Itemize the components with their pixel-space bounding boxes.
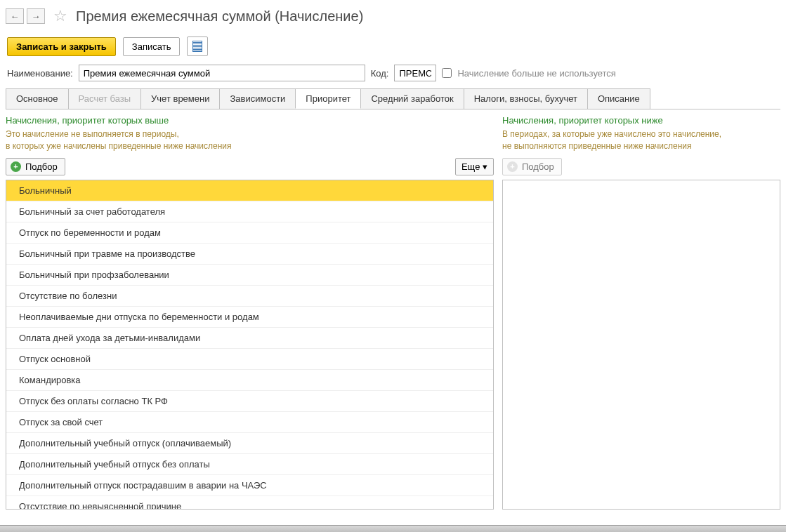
tab-6[interactable]: Налоги, взносы, бухучет [464, 88, 588, 109]
list-item[interactable]: Отпуск по беременности и родам [6, 222, 493, 244]
left-column-desc: Это начисление не выполняется в периоды,… [6, 128, 494, 152]
list-item[interactable]: Дополнительный учебный отпуск (оплачивае… [6, 433, 493, 454]
code-label: Код: [371, 68, 389, 79]
right-podbor-button[interactable]: + Подбор [502, 158, 562, 175]
plus-icon: + [11, 161, 21, 172]
right-column-desc: В периодах, за которые уже начислено это… [502, 128, 780, 152]
save-button[interactable]: Записать [123, 37, 181, 56]
list-item[interactable]: Командировка [6, 370, 493, 391]
list-item[interactable]: Отпуск основной [6, 349, 493, 370]
higher-priority-listbox[interactable]: БольничныйБольничный за счет работодател… [6, 180, 494, 510]
tab-4[interactable]: Приоритет [295, 88, 361, 109]
list-item[interactable]: Дополнительный учебный отпуск без оплаты [6, 454, 493, 475]
list-view-button[interactable] [187, 36, 208, 56]
favorite-star-icon[interactable]: ☆ [53, 7, 67, 25]
name-input[interactable] [79, 65, 365, 81]
tab-5[interactable]: Средний заработок [360, 88, 464, 109]
list-item[interactable]: Отсутствие по невыясненной причине [6, 496, 493, 509]
list-item[interactable]: Оплата дней ухода за детьми-инвалидами [6, 328, 493, 349]
left-column-title: Начисления, приоритет которых выше [6, 115, 494, 126]
list-item[interactable]: Отпуск без оплаты согласно ТК РФ [6, 391, 493, 412]
unused-label: Начисление больше не используется [457, 68, 615, 79]
save-and-close-button[interactable]: Записать и закрыть [7, 37, 116, 56]
plus-icon: + [507, 161, 518, 172]
arrow-right-icon: → [32, 11, 41, 22]
document-list-icon [192, 41, 202, 52]
left-podbor-button[interactable]: + Подбор [6, 158, 65, 175]
tab-0[interactable]: Основное [6, 88, 69, 109]
code-input[interactable] [394, 65, 436, 81]
list-item[interactable]: Неоплачиваемые дни отпуска по беременнос… [6, 307, 493, 328]
list-item[interactable]: Больничный при травме на производстве [6, 244, 493, 265]
left-more-button[interactable]: Еще ▾ [455, 158, 494, 175]
page-title: Премия ежемесячная суммой (Начисление) [76, 8, 363, 25]
tab-2[interactable]: Учет времени [140, 88, 220, 109]
list-item[interactable]: Больничный [6, 180, 493, 201]
footer-bar [0, 525, 786, 532]
lower-priority-listbox[interactable] [502, 180, 780, 510]
arrow-left-icon: ← [11, 11, 20, 22]
list-item[interactable]: Больничный при профзаболевании [6, 265, 493, 286]
right-column-title: Начисления, приоритет которых ниже [502, 115, 780, 126]
nav-forward-button[interactable]: → [27, 8, 45, 24]
list-item[interactable]: Дополнительный отпуск пострадавшим в ава… [6, 475, 493, 496]
unused-checkbox[interactable] [442, 68, 452, 78]
tab-7[interactable]: Описание [587, 88, 650, 109]
list-item[interactable]: Отпуск за свой счет [6, 412, 493, 433]
tab-1: Расчет базы [68, 88, 142, 109]
nav-back-button[interactable]: ← [6, 8, 24, 24]
list-item[interactable]: Отсутствие по болезни [6, 286, 493, 307]
tab-3[interactable]: Зависимости [219, 88, 296, 109]
list-item[interactable]: Больничный за счет работодателя [6, 201, 493, 222]
name-label: Наименование: [7, 68, 73, 79]
